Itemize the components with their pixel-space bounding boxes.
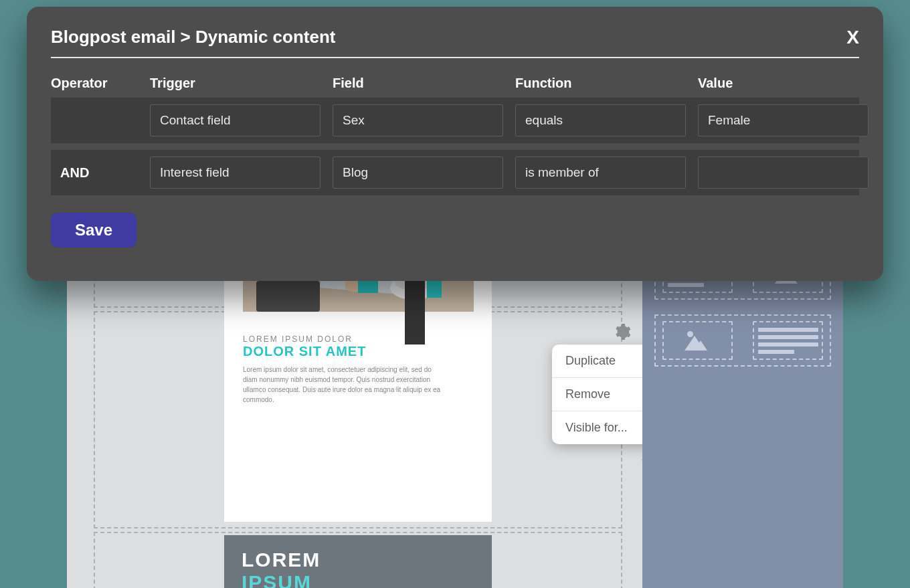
col-value: Value [698,76,869,91]
col-operator: Operator [51,76,138,91]
trigger-select[interactable]: Interest field [150,157,321,189]
modal-title: Blogpost email > Dynamic content [51,27,335,47]
function-select[interactable]: equals [515,104,686,136]
text-lines-icon [758,328,818,354]
field-select[interactable]: Sex [333,104,503,136]
col-field: Field [333,76,503,91]
trigger-select[interactable]: Contact field [150,104,321,136]
image-icon [685,330,711,351]
footer-title-2: IPSUM [242,571,474,588]
col-trigger: Trigger [150,76,321,91]
article-subtitle: DOLOR SIT AMET [243,344,444,359]
value-input[interactable] [698,157,869,189]
dynamic-content-modal: Blogpost email > Dynamic content X Opera… [27,7,883,281]
rule-row: Contact field Sex equals Female [51,98,859,143]
article-body: Lorem ipsum dolor sit amet, consectetuer… [243,365,444,405]
rule-row: AND Interest field Blog is member of [51,150,859,195]
close-icon[interactable]: X [846,28,859,47]
svg-rect-7 [256,281,320,312]
gear-icon[interactable] [614,324,629,342]
component-image-text[interactable] [654,314,831,367]
operator-cell: AND [51,165,138,181]
value-input[interactable]: Female [698,104,869,136]
footer-title-1: LOREM [242,549,474,571]
function-select[interactable]: is member of [515,157,686,189]
field-select[interactable]: Blog [333,157,503,189]
rule-header-row: Operator Trigger Field Function Value [51,76,859,91]
footer-block[interactable]: LOREM IPSUM [224,535,492,588]
col-function: Function [515,76,686,91]
save-button[interactable]: Save [51,213,136,248]
article-tag: LOREM IPSUM DOLOR [243,334,444,344]
